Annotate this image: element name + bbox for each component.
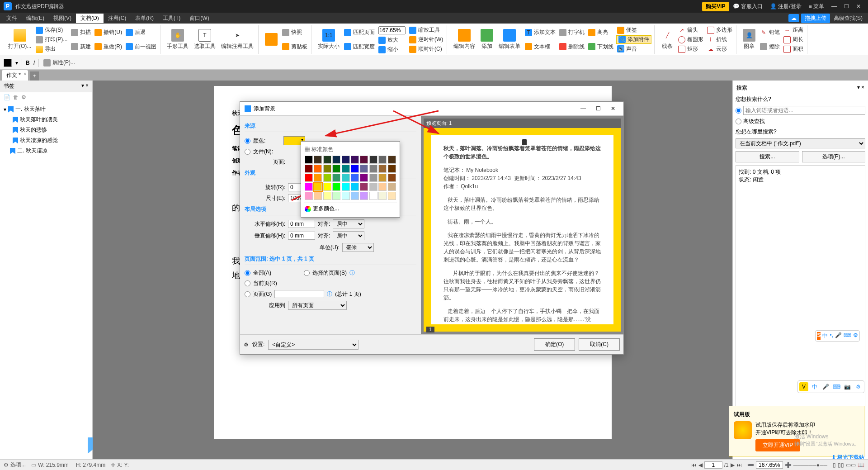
bm-new-icon[interactable]: 📄 <box>4 94 10 100</box>
color-swatch[interactable] <box>314 156 322 164</box>
menu-window[interactable]: 窗口(W) <box>185 14 213 23</box>
color-swatch[interactable] <box>342 192 350 200</box>
zoom-out-btn[interactable]: ➖ <box>747 462 754 468</box>
ime-punct-icon[interactable]: •, <box>830 332 833 340</box>
drag-upload-button[interactable]: 拖拽上传 <box>801 14 830 23</box>
color-swatch[interactable] <box>305 156 313 164</box>
options-label[interactable]: 选项... <box>10 461 26 469</box>
color-swatch[interactable] <box>351 174 359 182</box>
color-swatch[interactable] <box>342 156 350 164</box>
next-page-button[interactable]: ▶ <box>731 462 735 468</box>
more-colors-button[interactable]: 更多颜色... <box>304 203 397 214</box>
login-button[interactable]: 👤 注册/登录 <box>766 2 805 11</box>
textbox-button[interactable]: 文本框 <box>524 42 557 52</box>
halign-select[interactable]: 居中 <box>333 219 364 228</box>
menu-edit[interactable]: 编辑(E) <box>22 14 49 23</box>
color-swatch[interactable] <box>305 165 313 173</box>
color-swatch[interactable] <box>332 174 340 182</box>
color-swatch[interactable] <box>323 192 331 200</box>
new-button[interactable]: 新建 <box>70 42 92 52</box>
color-swatch[interactable] <box>388 174 396 182</box>
layout-single-icon[interactable]: ▯ <box>833 462 836 468</box>
highlight-button[interactable]: 高亮 <box>587 28 614 37</box>
adv-search-radio[interactable] <box>736 119 741 124</box>
menu-form[interactable]: 表单(R) <box>131 14 158 23</box>
valign-select[interactable]: 居中 <box>333 231 364 240</box>
color-swatch[interactable] <box>342 165 350 173</box>
distance-button[interactable]: ↔距离 <box>783 25 804 35</box>
comment-tool-button[interactable] <box>263 25 279 54</box>
note-button[interactable]: 便签 <box>616 25 651 35</box>
color-swatch[interactable] <box>378 183 387 191</box>
zoom-slider[interactable]: ──────●── <box>793 462 827 468</box>
options-gear-icon[interactable]: ⚙ <box>4 462 9 468</box>
add-button[interactable]: 添加 <box>479 25 495 54</box>
polygon-button[interactable]: 多边形 <box>706 25 733 35</box>
color-swatch[interactable] <box>351 183 359 191</box>
pencil-button[interactable]: ✎铅笔 <box>759 28 781 37</box>
range-pages-radio[interactable] <box>245 291 250 297</box>
area-button[interactable]: 面积 <box>783 44 804 54</box>
snapshot-button[interactable]: 快照 <box>281 28 308 37</box>
line-button[interactable]: ╱线条 <box>659 25 675 54</box>
search-scope-select[interactable]: 在当前文档中 ("作文.pdf") <box>736 138 865 148</box>
dialog-close-button[interactable]: ✕ <box>607 104 619 113</box>
color-swatch[interactable] <box>4 59 12 67</box>
color-swatch[interactable] <box>332 165 340 173</box>
last-page-button[interactable]: ⏭ <box>736 462 742 468</box>
pages-input[interactable] <box>274 290 324 298</box>
color-swatch[interactable] <box>360 183 368 191</box>
bookmark-node[interactable]: 二. 秋天凄凉 <box>2 146 90 156</box>
save-button[interactable]: 保存(S) <box>35 25 68 35</box>
attachment-button[interactable]: 📎添加附件 <box>616 35 651 44</box>
fit-width-button[interactable]: 匹配宽度 <box>343 42 376 52</box>
color-swatch[interactable] <box>378 156 387 164</box>
menu-file[interactable]: 文件 <box>2 14 22 23</box>
export-button[interactable]: 导出 <box>35 44 68 54</box>
color-swatch[interactable] <box>388 156 396 164</box>
bold-button[interactable]: B <box>26 60 30 66</box>
maximize-button[interactable]: ☐ <box>840 2 853 10</box>
polyline-button[interactable]: ⌇折线 <box>706 35 733 44</box>
bookmark-child[interactable]: 秋天的悲惨 <box>2 125 90 135</box>
panel-close-icon[interactable]: × <box>85 82 89 89</box>
italic-button[interactable]: I <box>33 60 35 66</box>
ime-logo-icon[interactable]: S <box>817 332 821 340</box>
open-vip-button[interactable]: 立即开通VIP <box>755 439 800 451</box>
color-swatch[interactable] <box>314 183 322 191</box>
layout-book-icon[interactable]: 📖 <box>858 462 864 468</box>
clipboard-button[interactable]: 剪贴板 <box>281 42 308 52</box>
add-text-button[interactable]: T添加文本 <box>524 28 557 37</box>
buy-vip-button[interactable]: 购买VIP <box>702 2 729 11</box>
print-button[interactable]: 打印(P)... <box>35 35 68 44</box>
color-swatch[interactable] <box>369 183 377 191</box>
underline-button[interactable]: 下划线 <box>587 42 614 52</box>
rect-button[interactable]: 矩形 <box>677 44 704 54</box>
document-tab[interactable]: 作文 *× <box>2 70 28 81</box>
settings-gear-icon[interactable]: ⚙ <box>244 342 249 348</box>
applyto-select[interactable]: 所有页面 <box>288 301 347 310</box>
unit-select[interactable]: 毫米 <box>342 243 374 252</box>
perimeter-button[interactable]: 周长 <box>783 35 804 44</box>
color-swatch[interactable] <box>342 174 350 182</box>
zoom-in-button[interactable]: 放大 <box>377 35 406 45</box>
color-swatch[interactable] <box>332 192 340 200</box>
ok-button[interactable]: 确定(O) <box>534 338 575 351</box>
bookmark-child[interactable]: 秋天落叶的凄美 <box>2 114 90 125</box>
hand-tool-button[interactable]: ✋手形工具 <box>165 25 190 54</box>
dialog-maximize-button[interactable]: ☐ <box>592 104 604 113</box>
typewriter-button[interactable]: 打字机 <box>558 28 585 37</box>
scan-button[interactable]: 扫描 <box>70 28 92 37</box>
audio-button[interactable]: 🔊声音 <box>616 44 651 54</box>
hoff-input[interactable] <box>288 220 315 228</box>
color-swatch[interactable] <box>323 165 331 173</box>
advanced-search-button[interactable]: 高级查找(S) <box>830 14 866 23</box>
open-button[interactable]: 打开(O)... <box>6 25 33 54</box>
hamburger-menu-button[interactable]: ≡ 菜单 <box>805 2 828 11</box>
page-input[interactable] <box>704 461 722 469</box>
menu-comment[interactable]: 注释(C) <box>104 14 131 23</box>
menu-tools[interactable]: 工具(T) <box>158 14 185 23</box>
color-swatch[interactable] <box>305 174 313 182</box>
back-button[interactable]: 后退 <box>125 28 157 37</box>
color-swatch[interactable] <box>314 192 322 200</box>
